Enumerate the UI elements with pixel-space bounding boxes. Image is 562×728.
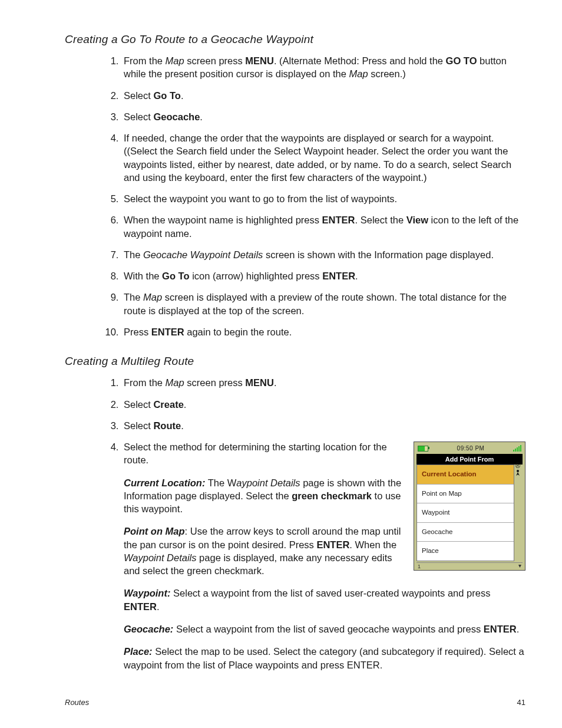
text: . When the: [349, 539, 396, 550]
text: Select the method for determining the st…: [124, 442, 387, 465]
text: Select: [124, 399, 153, 410]
text: .: [200, 111, 203, 122]
text-bold: ENTER: [322, 215, 355, 225]
device-time: 09:50 PM: [428, 444, 513, 453]
steps-goto: From the Map screen press MENU. (Alterna…: [65, 54, 525, 338]
text-bold: Route: [153, 420, 181, 431]
text: . Select the: [355, 215, 406, 225]
device-titlebar: Add Point From: [416, 454, 523, 465]
menu-item-waypoint: Waypoint: [417, 503, 514, 522]
manual-page: Creating a Go To Route to a Geocache Way…: [0, 0, 562, 728]
signal-icon: [513, 446, 521, 452]
step-1: From the Map screen press MENU. (Alterna…: [121, 54, 525, 81]
text: . (Alternate Method: Press and hold the: [274, 55, 446, 66]
text-bold: GO TO: [446, 55, 477, 66]
svg-point-0: [517, 470, 519, 472]
menu-item-current-location: Current Location: [417, 465, 514, 484]
text-italic: Geocache Waypoint Details: [143, 249, 263, 260]
text: again to begin the route.: [184, 327, 292, 337]
text-bold: Create: [153, 399, 183, 410]
battery-icon: [418, 446, 428, 452]
text-bold: Go To: [162, 271, 189, 281]
text-italic: Waypoint Details: [124, 552, 197, 563]
device-figure: 09:50 PM Add Point From ® Current Locati…: [414, 442, 525, 571]
person-icon: [514, 469, 521, 476]
step-5: Select the waypoint you want to go to fr…: [121, 192, 525, 205]
menu-item-geocache: Geocache: [417, 522, 514, 542]
label: Point on Map: [124, 526, 185, 536]
text: .: [181, 90, 184, 101]
text: The W: [205, 477, 236, 488]
step-2: Select Create.: [121, 398, 525, 411]
content-column: Creating a Go To Route to a Geocache Way…: [37, 33, 525, 671]
text-bold: green checkmark: [292, 490, 372, 501]
text-bold: MENU: [245, 55, 274, 66]
text-bold: ENTER: [484, 624, 517, 634]
step-9: The Map screen is displayed with a previ…: [121, 291, 525, 317]
device-menu: Current Location Point on Map Waypoint G…: [416, 465, 514, 561]
text-italic: Map: [166, 55, 184, 66]
text: .: [274, 377, 277, 388]
text: Select a waypoint from the list of saved…: [173, 624, 483, 634]
satellite-icon: ®: [514, 462, 521, 477]
label: Place:: [124, 646, 153, 657]
label: Current Location:: [124, 477, 205, 488]
text-italic: Map: [143, 292, 162, 302]
step-3: Select Route.: [121, 419, 525, 432]
text: From the: [124, 377, 166, 388]
label: Geocache:: [124, 624, 173, 634]
step-3: Select Geocache.: [121, 110, 525, 123]
text: .: [355, 271, 358, 281]
text: The: [124, 249, 143, 260]
text: screen is displayed with a preview of th…: [124, 292, 507, 315]
text: Select the waypoint you want to go to fr…: [124, 193, 397, 204]
text-bold: ENTER: [322, 271, 355, 281]
menu-item-place: Place: [417, 541, 514, 561]
section-heading-multileg: Creating a Multileg Route: [65, 355, 525, 368]
text: Select: [124, 420, 153, 431]
text: .: [181, 420, 184, 431]
text: .: [517, 624, 520, 634]
device-footer: 1 ▾: [416, 562, 523, 569]
text-italic: aypoint Details: [236, 477, 300, 488]
text-italic: Map: [166, 377, 184, 388]
text: Select: [124, 111, 153, 122]
text: Select the map to be used. Select the ca…: [124, 646, 524, 670]
step-6: When the waypoint name is highlighted pr…: [121, 213, 525, 240]
text: From the: [124, 55, 166, 66]
text-bold: ENTER: [151, 327, 184, 337]
text: screen.): [368, 68, 406, 79]
footer-section-label: Routes: [65, 698, 89, 707]
text: .: [184, 399, 187, 410]
page-footer: Routes 41: [37, 698, 525, 707]
step-4: 09:50 PM Add Point From ® Current Locati…: [121, 440, 525, 671]
text-bold: Go To: [153, 90, 180, 101]
device-tick: 1: [418, 563, 421, 570]
step-1: From the Map screen press MENU.: [121, 376, 525, 389]
device-statusbar: 09:50 PM: [416, 444, 523, 454]
text-bold: ENTER: [124, 601, 157, 612]
text-italic: Map: [349, 68, 368, 79]
step-8: With the Go To icon (arrow) highlighted …: [121, 269, 525, 282]
menu-item-point-on-map: Point on Map: [417, 484, 514, 503]
text: With the: [124, 271, 162, 281]
text: Select: [124, 90, 153, 101]
device-screen: 09:50 PM Add Point From ® Current Locati…: [414, 442, 525, 571]
sub-geocache: Geocache: Select a waypoint from the lis…: [124, 622, 525, 635]
text: The: [124, 292, 143, 302]
text: Press: [124, 327, 151, 337]
text: .: [157, 601, 160, 612]
label: Waypoint:: [124, 588, 170, 598]
text: icon (arrow) highlighted press: [190, 271, 323, 281]
section-heading-goto: Creating a Go To Route to a Geocache Way…: [65, 33, 525, 46]
footer-page-number: 41: [517, 698, 525, 707]
chevron-down-icon: ▾: [518, 562, 521, 570]
step-10: Press ENTER again to begin the route.: [121, 325, 525, 338]
step-7: The Geocache Waypoint Details screen is …: [121, 248, 525, 261]
steps-multileg: From the Map screen press MENU. Select C…: [65, 376, 525, 671]
sub-waypoint: Waypoint: Select a waypoint from the lis…: [124, 587, 525, 613]
text: screen press: [184, 377, 246, 388]
text: screen is shown with the Information pag…: [263, 249, 494, 260]
text: screen press: [184, 55, 246, 66]
text-bold: View: [406, 215, 428, 225]
